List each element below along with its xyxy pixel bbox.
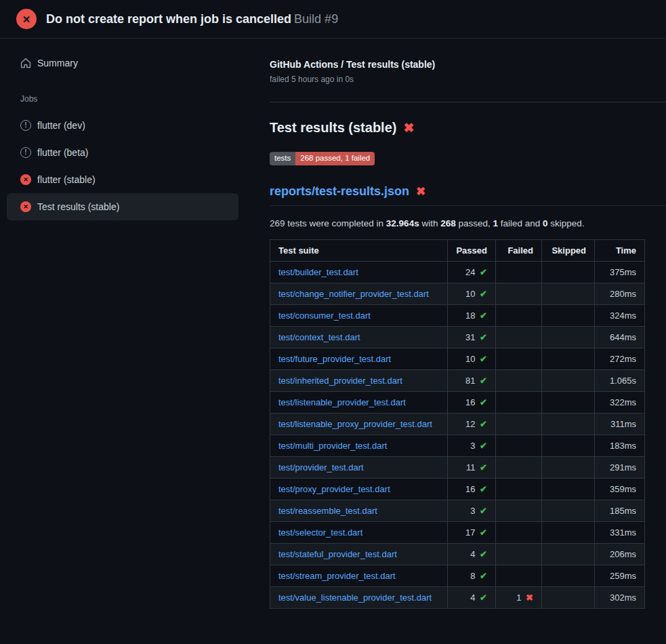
sidebar-item-job-flutter-dev[interactable]: ! flutter (dev): [7, 112, 238, 139]
failed-cell: [496, 478, 542, 500]
summary-text: passed,: [456, 218, 493, 228]
summary-text: skipped.: [548, 218, 585, 228]
col-header-passed: Passed: [448, 239, 496, 261]
job-label: flutter (dev): [37, 120, 85, 131]
suite-cell: test/builder_test.dart: [270, 261, 448, 283]
check-icon: ✔: [480, 462, 487, 472]
job-status-icon: ✕: [20, 201, 31, 212]
check-icon: ✔: [480, 376, 487, 386]
skipped-cell: [542, 500, 595, 521]
suite-cell: test/context_test.dart: [270, 326, 448, 348]
tests-badge: tests 268 passed, 1 failed: [270, 152, 375, 165]
build-title-text: Do not create report when job is cancell…: [46, 12, 291, 26]
suite-link[interactable]: test/reassemble_test.dart: [278, 506, 377, 516]
summary-text: 269 tests were completed in: [270, 218, 386, 228]
col-header-test-suite: Test suite: [270, 239, 448, 261]
report-heading: reports/test-results.json ✖: [270, 184, 666, 206]
failed-status-icon: ✕: [16, 9, 37, 29]
suite-cell: test/reassemble_test.dart: [270, 500, 448, 521]
suite-link[interactable]: test/stream_provider_test.dart: [278, 571, 396, 581]
home-icon: [20, 58, 31, 68]
passed-cell: 18 ✔: [448, 304, 496, 326]
sidebar-item-summary[interactable]: Summary: [7, 49, 238, 77]
sidebar-item-job-flutter-beta[interactable]: ! flutter (beta): [7, 139, 238, 166]
build-number: Build #9: [294, 12, 338, 26]
passed-cell: 4 ✔: [448, 586, 496, 608]
table-row: test/proxy_provider_test.dart16 ✔359ms: [270, 478, 645, 500]
suite-link[interactable]: test/listenable_provider_test.dart: [278, 397, 406, 407]
passed-cell: 24 ✔: [448, 261, 496, 283]
summary-line: 269 tests were completed in 32.964s with…: [270, 218, 645, 228]
table-row: test/change_notifier_provider_test.dart1…: [270, 283, 645, 304]
suite-link[interactable]: test/future_provider_test.dart: [278, 354, 391, 364]
suite-cell: test/value_listenable_provider_test.dart: [270, 586, 448, 608]
failed-cell: [496, 500, 542, 521]
suite-link[interactable]: test/consumer_test.dart: [278, 310, 371, 321]
time-cell: 644ms: [595, 326, 645, 348]
sidebar-item-job-flutter-stable[interactable]: ✕ flutter (stable): [7, 166, 238, 193]
failed-cell: [496, 521, 542, 543]
passed-cell: 3 ✔: [448, 500, 496, 521]
time-cell: 375ms: [595, 261, 645, 283]
suite-link[interactable]: test/inherited_provider_test.dart: [278, 376, 402, 386]
suite-link[interactable]: test/change_notifier_provider_test.dart: [278, 289, 429, 299]
time-cell: 331ms: [595, 521, 645, 543]
job-status-icon: !: [20, 120, 31, 131]
check-icon: ✔: [480, 289, 487, 299]
job-status-icon: ✕: [20, 174, 31, 185]
check-icon: ✔: [480, 397, 487, 407]
skipped-cell: [542, 369, 595, 391]
suite-link[interactable]: test/listenable_proxy_provider_test.dart: [278, 419, 432, 429]
table-row: test/selector_test.dart17 ✔331ms: [270, 521, 645, 543]
skipped-cell: [542, 304, 595, 326]
time-cell: 183ms: [595, 435, 645, 456]
suite-link[interactable]: test/proxy_provider_test.dart: [278, 484, 390, 494]
table-row: test/builder_test.dart24 ✔375ms: [270, 261, 645, 283]
table-row: test/inherited_provider_test.dart81 ✔1.0…: [270, 369, 645, 391]
skipped-cell: [542, 586, 595, 608]
suite-cell: test/listenable_proxy_provider_test.dart: [270, 413, 448, 435]
suite-link[interactable]: test/stateful_provider_test.dart: [278, 549, 397, 559]
suite-cell: test/future_provider_test.dart: [270, 348, 448, 369]
suite-cell: test/consumer_test.dart: [270, 304, 448, 326]
suite-cell: test/multi_provider_test.dart: [270, 435, 448, 456]
table-row: test/reassemble_test.dart3 ✔185ms: [270, 500, 645, 521]
job-status-icon: !: [20, 147, 31, 158]
page-layout: Summary Jobs ! flutter (dev) ! flutter (…: [0, 39, 666, 609]
passed-cell: 17 ✔: [448, 521, 496, 543]
test-results-table: Test suite Passed Failed Skipped Time te…: [270, 239, 645, 609]
col-header-skipped: Skipped: [542, 239, 595, 261]
failed-cell: [496, 304, 542, 326]
summary-skipped-count: 0: [543, 218, 548, 228]
suite-link[interactable]: test/context_test.dart: [278, 332, 360, 342]
suite-link[interactable]: test/selector_test.dart: [278, 527, 362, 538]
suite-link[interactable]: test/builder_test.dart: [278, 267, 358, 277]
report-file-link[interactable]: reports/test-results.json: [270, 184, 409, 199]
table-row: test/provider_test.dart11 ✔291ms: [270, 456, 645, 478]
skipped-cell: [542, 326, 595, 348]
suite-cell: test/selector_test.dart: [270, 521, 448, 543]
skipped-cell: [542, 348, 595, 369]
summary-text: with: [419, 218, 441, 228]
page-title: Do not create report when job is cancell…: [46, 12, 338, 26]
summary-text: failed and: [498, 218, 543, 228]
suite-cell: test/inherited_provider_test.dart: [270, 369, 448, 391]
passed-cell: 81 ✔: [448, 369, 496, 391]
sidebar-item-job-test-results-stable[interactable]: ✕ Test results (stable): [7, 193, 238, 220]
time-cell: 185ms: [595, 500, 645, 521]
job-label: Test results (stable): [37, 201, 119, 212]
table-header-row: Test suite Passed Failed Skipped Time: [270, 239, 645, 261]
time-cell: 280ms: [595, 283, 645, 304]
skipped-cell: [542, 456, 595, 478]
table-row: test/multi_provider_test.dart3 ✔183ms: [270, 435, 645, 456]
suite-link[interactable]: test/provider_test.dart: [278, 462, 364, 472]
suite-cell: test/stream_provider_test.dart: [270, 565, 448, 586]
suite-link[interactable]: test/value_listenable_provider_test.dart: [278, 592, 432, 603]
build-header: ✕ Do not create report when job is cance…: [0, 0, 666, 39]
time-cell: 324ms: [595, 304, 645, 326]
failed-cell: [496, 565, 542, 586]
time-cell: 291ms: [595, 456, 645, 478]
time-cell: 259ms: [595, 565, 645, 586]
suite-link[interactable]: test/multi_provider_test.dart: [278, 441, 387, 451]
failed-cell: [496, 283, 542, 304]
